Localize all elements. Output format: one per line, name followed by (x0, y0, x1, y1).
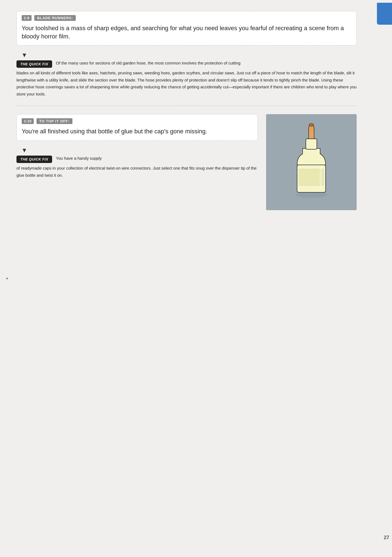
quick-fix-badge-1-9: THE QUICK FIX (16, 60, 52, 68)
tip-number-1-10: 1:10 (22, 118, 34, 124)
section-divider (16, 106, 357, 106)
section-1-10-right (266, 114, 357, 210)
sidebar-blue-tab (377, 3, 392, 25)
tip-title-1-9: BLADE RUNNERS: (34, 15, 76, 21)
right-sidebar: 27 (373, 0, 392, 557)
quick-fix-intro-1-10: You have a handy supply (56, 155, 102, 162)
tip-header-1-9: 1:9 BLADE RUNNERS: (22, 15, 351, 21)
quick-fix-badge-1-10: THE QUICK FIX (16, 156, 52, 163)
tip-box-1-9: 1:9 BLADE RUNNERS: Your toolshed is a ma… (16, 11, 357, 46)
tip-body-1-10: You're all finished using that bottle of… (22, 127, 253, 136)
tip-body-1-9: Your toolshed is a mass of sharp edges, … (22, 24, 351, 40)
quick-fix-intro-1-9: Of the many uses for sections of old gar… (56, 60, 241, 66)
svg-point-4 (309, 123, 314, 126)
tip-title-1-10: TO TOP IT OFF: (36, 118, 72, 124)
quick-fix-full-1-9: blades on all kinds of different tools l… (16, 69, 357, 97)
quick-fix-1-10: ▼ THE QUICK FIX You have a handy supply … (16, 147, 258, 179)
page-number: 27 (384, 535, 389, 541)
tip-header-1-10: 1:10 TO TOP IT OFF: (22, 118, 253, 124)
glue-bottle-svg (287, 121, 336, 203)
tip-number-1-9: 1:9 (22, 15, 32, 21)
svg-rect-3 (306, 139, 317, 149)
quick-fix-1-9: ▼ THE QUICK FIX Of the many uses for sec… (16, 52, 357, 97)
section-1-10-left: 1:10 TO TOP IT OFF: You're all finished … (16, 114, 258, 184)
left-decoration: ✦ (5, 276, 9, 281)
quick-fix-arrow-1-10: ▼ (21, 147, 258, 154)
quick-fix-full-1-10: of readymade caps in your collection of … (16, 165, 258, 179)
quick-fix-arrow-1-9: ▼ (21, 52, 357, 59)
section-1-10-container: 1:10 TO TOP IT OFF: You're all finished … (16, 114, 357, 210)
glue-bottle-illustration (266, 114, 357, 210)
svg-rect-9 (320, 166, 322, 188)
tip-box-1-10: 1:10 TO TOP IT OFF: You're all finished … (16, 114, 258, 141)
